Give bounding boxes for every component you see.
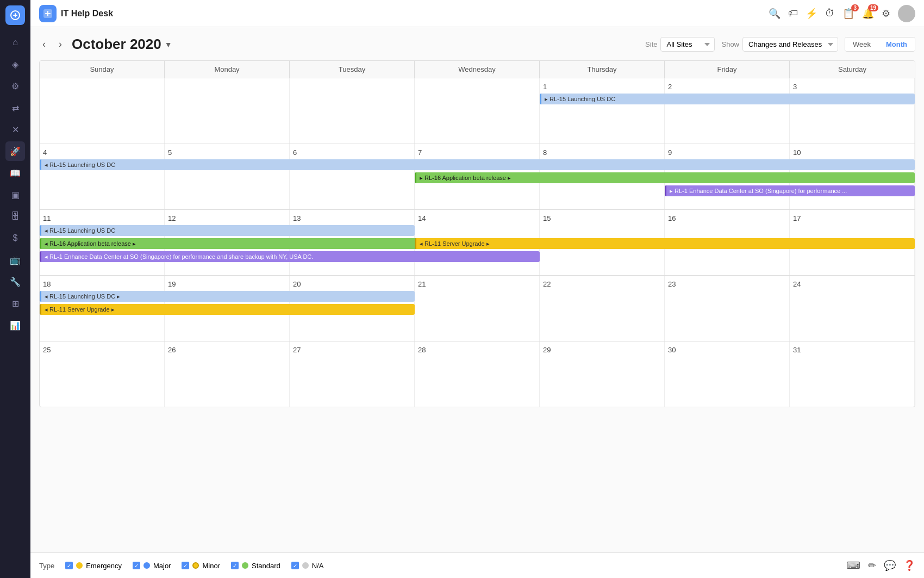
event-rl11-w4[interactable]: ◂ RL-11 Server Upgrade ▸ [40,304,415,315]
sidebar-item-settings[interactable]: ⚙ [5,76,25,96]
month-title-text: October 2020 [72,36,161,53]
week-row-3: 11 12 13 14 15 16 17 ◂ RL-15 Launching U… [40,210,915,276]
event-rl11-w3[interactable]: ◂ RL-11 Server Upgrade ▸ [415,238,915,249]
legend-minor-check[interactable]: ✓ [182,562,189,569]
month-title: October 2020 ▼ [72,36,172,53]
translate-icon[interactable]: ⌨ [846,560,860,571]
search-icon[interactable]: 🔍 [769,8,781,20]
day-cell [290,78,415,144]
week-row-5: 25 26 27 28 29 30 31 [40,341,915,407]
sidebar: ⌂ ◈ ⚙ ⇄ ✕ 🚀 📖 ▣ 🗄 $ 📺 🔧 ⊞ 📊 [0,0,30,578]
edit-icon[interactable]: ✏ [868,560,876,571]
legend-standard-label: Standard [252,562,280,570]
sidebar-item-chart[interactable]: 📊 [5,315,25,335]
day-cell-oct3: 3 [790,78,915,144]
legend-standard-check[interactable]: ✓ [231,562,239,569]
legend-major-label: Major [153,562,171,570]
month-dropdown-arrow[interactable]: ▼ [165,40,172,49]
prev-month-button[interactable]: ‹ [39,38,49,51]
legend-standard-dot [242,562,248,569]
day-cell [415,78,540,144]
day-cell-oct22: 22 [540,276,665,341]
legend: Type ✓ Emergency ✓ Major ✓ Minor ✓ Stand… [30,552,924,578]
legend-minor-label: Minor [202,562,220,570]
site-filter-group: Site All Sites [645,37,715,52]
day-header-thu: Thursday [540,61,665,78]
next-month-button[interactable]: › [55,38,65,51]
legend-major: ✓ Major [133,562,171,570]
legend-standard: ✓ Standard [231,562,280,570]
event-rl15-w1[interactable]: ▸ RL-15 Launching US DC [540,94,915,104]
day-cell-oct24: 24 [790,276,915,341]
day-header-tue: Tuesday [290,61,415,78]
day-cell-oct31: 31 [790,341,915,407]
calendar-container: ‹ › October 2020 ▼ Site All Sites Show C… [30,27,924,552]
bell-icon[interactable]: 🔔 19 [862,8,874,20]
day-cell-oct4: 4 [40,144,165,209]
day-cell-oct29: 29 [540,341,665,407]
day-header-mon: Monday [165,61,290,78]
sidebar-item-tools[interactable]: ✕ [5,120,25,139]
day-cell-oct6: 6 [290,144,415,209]
tag-icon[interactable]: 🏷 [788,8,798,19]
help-icon[interactable]: ❓ [903,560,915,571]
day-cell-oct26: 26 [165,341,290,407]
event-rl1-w3[interactable]: ◂ RL-1 Enhance Data Center at SO (Singap… [40,251,540,262]
calendar-weeks: 1 2 3 ▸ RL-15 Launching US DC 4 5 6 7 [40,78,915,407]
legend-emergency: ✓ Emergency [65,562,122,570]
user-avatar[interactable] [898,5,915,22]
event-rl15-w3[interactable]: ◂ RL-15 Launching US DC [40,225,415,236]
bell-badge: 19 [868,4,878,11]
sidebar-item-book[interactable]: 📖 [5,163,25,183]
day-cell [165,78,290,144]
legend-na-check[interactable]: ✓ [291,562,299,569]
sidebar-item-wrench[interactable]: 🔧 [5,272,25,291]
show-select[interactable]: Changes and Releases [742,37,838,52]
bottom-icons: ⌨ ✏ 💬 ❓ [846,560,915,571]
month-view-button[interactable]: Month [878,38,915,51]
legend-na-dot [302,562,309,569]
day-header-fri: Friday [665,61,790,78]
site-select[interactable]: All Sites [660,37,715,52]
week-view-button[interactable]: Week [845,38,878,51]
sidebar-item-grid[interactable]: ⊞ [5,294,25,313]
week-row-1: 1 2 3 ▸ RL-15 Launching US DC [40,78,915,144]
day-cell-oct2: 2 [665,78,790,144]
legend-minor-dot [192,562,199,569]
topbar: IT Help Desk 🔍 🏷 ⚡ ⏱ 📋 3 🔔 19 ⚙ [30,0,924,27]
event-rl1-w2[interactable]: ▸ RL-1 Enhance Data Center at SO (Singap… [665,185,915,196]
day-cell-oct28: 28 [415,341,540,407]
chat-icon[interactable]: 💬 [884,560,896,571]
legend-type-label: Type [39,562,54,570]
legend-major-check[interactable]: ✓ [133,562,140,569]
legend-emergency-dot [76,562,83,569]
sidebar-item-home[interactable]: ⌂ [5,33,25,52]
sidebar-item-monitor[interactable]: 📺 [5,250,25,270]
sidebar-item-box[interactable]: ▣ [5,185,25,204]
app-icon [39,5,57,22]
calendar-filters: Site All Sites Show Changes and Releases… [645,37,915,52]
day-cell-oct23: 23 [665,276,790,341]
event-rl15-w2[interactable]: ◂ RL-15 Launching US DC [40,159,915,170]
event-rl16-w2[interactable]: ▸ RL-16 Application beta release ▸ [415,172,915,183]
sidebar-item-dollar[interactable]: $ [5,228,25,248]
legend-emergency-check[interactable]: ✓ [65,562,73,569]
main-area: IT Help Desk 🔍 🏷 ⚡ ⏱ 📋 3 🔔 19 ⚙ ‹ › Octo… [30,0,924,578]
legend-major-dot [143,562,150,569]
sidebar-logo[interactable] [5,5,25,25]
sidebar-item-shuffle[interactable]: ⇄ [5,98,25,117]
show-filter-group: Show Changes and Releases [721,37,838,52]
sidebar-item-db[interactable]: 🗄 [5,207,25,226]
week-row-4: 18 19 20 21 22 23 24 ◂ RL-15 Launching U… [40,276,915,341]
legend-emergency-label: Emergency [86,562,122,570]
show-label: Show [721,40,739,48]
legend-na: ✓ N/A [291,562,324,570]
day-header-sun: Sunday [40,61,165,78]
lightning-icon[interactable]: ⚡ [806,8,817,20]
sidebar-item-releases[interactable]: 🚀 [5,141,25,161]
sidebar-item-tag[interactable]: ◈ [5,54,25,74]
history-icon[interactable]: ⏱ [825,8,835,19]
event-rl15-w4[interactable]: ◂ RL-15 Launching US DC ▸ [40,291,415,302]
gear-icon[interactable]: ⚙ [882,8,890,20]
clipboard-icon[interactable]: 📋 3 [842,8,854,20]
